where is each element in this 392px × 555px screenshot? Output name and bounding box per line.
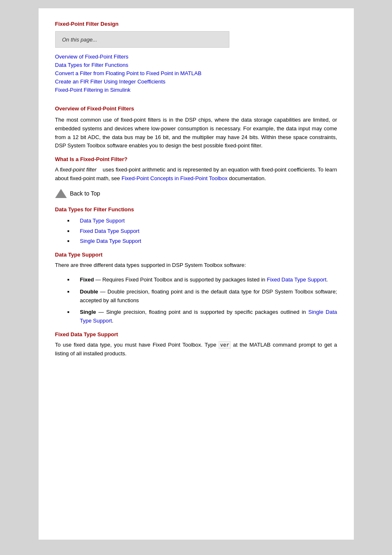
data-types-list: Data Type Support Fixed Data Type Suppor… — [55, 217, 337, 246]
toc-link-datatypes[interactable]: Data Types for Filter Functions — [55, 62, 337, 68]
data-type-support-heading: Data Type Support — [55, 252, 337, 258]
list-item-single-data-type: Single Data Type Support — [55, 237, 337, 246]
bullet-fixed: Fixed — Requires Fixed Point Toolbox and… — [55, 276, 337, 284]
fixed-data-type-link[interactable]: Fixed Data Type Support — [80, 228, 140, 234]
bullet-double-text: Double — Double precision, floating poin… — [80, 289, 337, 303]
toc-link-create[interactable]: Create an FIR Filter Using Integer Coeff… — [55, 78, 337, 85]
bullet-single-suffix: . — [112, 318, 114, 324]
data-type-bullets: Fixed — Requires Fixed Point Toolbox and… — [55, 276, 337, 325]
toc-links: Overview of Fixed-Point Filters Data Typ… — [55, 54, 337, 93]
bullet-fixed-prefix: Fixed — Requires Fixed Point Toolbox and… — [80, 276, 267, 283]
what-is-fixed-point-heading: What Is a Fixed-Point Filter? — [55, 156, 337, 162]
single-data-type-link[interactable]: Single Data Type Support — [80, 238, 141, 244]
toc-link-simulink[interactable]: Fixed-Point Filtering in Simulink — [55, 87, 337, 93]
back-to-top-label: Back to Top — [70, 190, 100, 197]
fixed-point-term: fixed-point filter — [60, 166, 96, 173]
back-to-top-icon — [55, 189, 67, 198]
toc-box: On this page... — [55, 31, 229, 48]
bullet-single: Single — Single precision, floating poin… — [55, 308, 337, 325]
fixed-point-description: A fixed-point filter uses fixed-point ar… — [55, 166, 337, 183]
fixed-data-type-support-heading: Fixed Data Type Support — [55, 331, 337, 337]
code-ver: ver — [219, 341, 231, 349]
toc-link-overview[interactable]: Overview of Fixed-Point Filters — [55, 54, 337, 60]
page-container: Fixed-Point Filter Design On this page..… — [39, 8, 354, 540]
overview-heading: Overview of Fixed-Point Filters — [55, 105, 337, 112]
data-types-heading: Data Types for Filter Functions — [55, 206, 337, 213]
page-title: Fixed-Point Filter Design — [55, 21, 337, 27]
data-types-section: Data Types for Filter Functions Data Typ… — [55, 206, 337, 358]
fixed-point-prefix: A — [55, 166, 60, 173]
fixed-data-type-paragraph: To use fixed data type, you must have Fi… — [55, 341, 337, 358]
overview-paragraph: The most common use of fixed-point filte… — [55, 116, 337, 150]
back-to-top[interactable]: Back to Top — [55, 189, 337, 198]
data-type-intro: There are three different data types sup… — [55, 261, 337, 270]
toc-box-label: On this page... — [62, 37, 97, 43]
fixed-data-type-support-link[interactable]: Fixed Data Type Support — [267, 276, 326, 283]
bullet-double: Double — Double precision, floating poin… — [55, 288, 337, 305]
fixed-point-suffix: documentation. — [228, 175, 266, 181]
overview-section: Overview of Fixed-Point Filters The most… — [55, 105, 337, 198]
list-item-data-type-support: Data Type Support — [55, 217, 337, 225]
bullet-fixed-suffix: . — [326, 276, 328, 283]
fixed-dt-prefix: To use fixed data type, you must have Fi… — [55, 342, 217, 348]
fixed-point-concepts-link[interactable]: Fixed-Point Concepts in Fixed-Point Tool… — [122, 175, 228, 181]
bullet-single-prefix: Single — Single precision, floating poin… — [80, 309, 309, 315]
list-item-fixed-data-type: Fixed Data Type Support — [55, 227, 337, 236]
data-type-support-link[interactable]: Data Type Support — [80, 218, 125, 224]
toc-link-convert[interactable]: Convert a Filter from Floating Point to … — [55, 70, 337, 76]
